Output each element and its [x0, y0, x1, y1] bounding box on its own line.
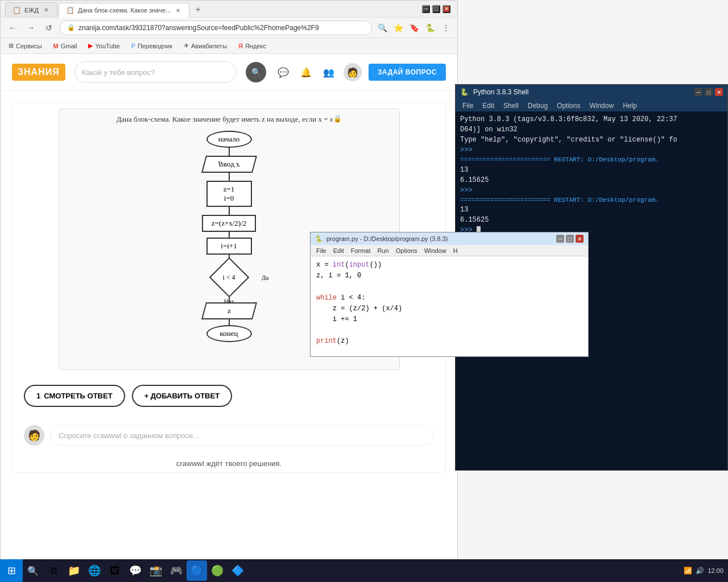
fc-process1: z=(z+x/2)/2 — [202, 215, 257, 232]
search-placeholder: Какой у тебя вопрос? — [82, 68, 155, 77]
fc-arrow-7 — [229, 319, 230, 325]
taskbar-app-photos[interactable]: 🖼 — [105, 560, 125, 581]
taskbar-search-icon[interactable]: 🔍 — [23, 560, 43, 581]
python-icon[interactable]: 🐍 — [423, 21, 437, 35]
community-icon[interactable]: 👥 — [321, 64, 337, 80]
shell-close-button[interactable]: ✕ — [715, 88, 723, 96]
taskbar-app-green[interactable]: 🟢 — [207, 560, 228, 581]
editor-menu-options[interactable]: Options — [392, 246, 421, 255]
fc-parallelogram-output: z — [201, 302, 257, 319]
shell-window-controls: ─ □ ✕ — [694, 88, 723, 96]
shell-output-13-1: 13 — [460, 165, 723, 175]
bookmark-flights[interactable]: ✈ Авиабилеты — [180, 41, 230, 51]
tray-time: 12:00 — [708, 567, 723, 574]
bookmark-youtube[interactable]: ▶ YouTube — [85, 41, 123, 51]
taskbar-app-game[interactable]: 🎮 — [166, 560, 187, 581]
taskbar-app-browser[interactable]: 🌐 — [84, 560, 105, 581]
question-title: Дана блок-схема. Какое значение будет им… — [116, 115, 341, 124]
editor-maximize-button[interactable]: □ — [566, 235, 574, 243]
bookmark-yandex[interactable]: Я Яндекс — [235, 41, 270, 51]
editor-menu-file[interactable]: File — [313, 246, 330, 255]
user-avatar-comment: 🧑 — [24, 425, 44, 446]
fc-end-label: конец — [220, 329, 238, 338]
shell-menu-shell[interactable]: Shell — [499, 101, 523, 111]
python-editor-window: 🐍 program.py - D:/Desktop/program.py (3.… — [310, 232, 589, 357]
flights-icon: ✈ — [184, 42, 189, 49]
znania-header-right: 💬 🔔 👥 🧑 ЗАДАЙ ВОПРОС — [275, 63, 446, 81]
address-bar[interactable]: 🔒 znanija.com/task/39321870?answeringSou… — [60, 20, 372, 35]
editor-minimize-button[interactable]: ─ — [556, 235, 564, 243]
tab-2[interactable]: 📋 Дана блок-схема. Какое значе... ✕ — [59, 3, 189, 18]
fc-arrow-4 — [229, 232, 230, 238]
fc-end: конец — [206, 325, 252, 342]
znania-search-icon[interactable]: 🔍 — [246, 62, 266, 82]
editor-menu-edit[interactable]: Edit — [330, 246, 348, 255]
fc-rect-process2: i=i+1 — [206, 238, 252, 255]
shell-minimize-button[interactable]: ─ — [694, 88, 702, 96]
editor-close-button[interactable]: ✕ — [576, 235, 584, 243]
add-answer-button[interactable]: + ДОБАВИТЬ ОТВЕТ — [132, 385, 233, 407]
comment-input[interactable]: Спросите crawwwl о заданном вопросе... — [50, 425, 434, 446]
tab-label: ЕЖД — [24, 7, 39, 14]
chat-icon[interactable]: 💬 — [275, 64, 291, 80]
shell-menu-file[interactable]: File — [458, 101, 478, 111]
taskbar-app-blue[interactable]: 🔵 — [187, 560, 207, 581]
fc-condition-container: i < 4 Да Нет — [195, 260, 263, 294]
shell-output-val-2: 6.15625 — [460, 215, 723, 225]
tab-close-2[interactable]: ✕ — [174, 6, 182, 14]
taskbar-app-mail[interactable]: 💬 — [125, 560, 146, 581]
search-icon[interactable]: 🔍 — [375, 21, 389, 35]
tab-1[interactable]: 📋 ЕЖД ✕ — [5, 2, 57, 17]
shell-menu-help[interactable]: Help — [618, 101, 642, 111]
start-button[interactable]: ⊞ — [0, 559, 23, 582]
comment-placeholder: Спросите crawwwl о заданном вопросе... — [59, 431, 199, 440]
editor-menu-window[interactable]: Window — [421, 246, 450, 255]
user-avatar[interactable]: 🧑 — [344, 63, 362, 81]
new-tab-button[interactable]: + — [191, 2, 205, 17]
minimize-button[interactable]: ─ — [422, 5, 430, 13]
answer-count: 1 — [36, 392, 40, 400]
shell-restart-2: ======================== RESTART: D:/Des… — [460, 196, 723, 205]
shell-menu-debug[interactable]: Debug — [523, 101, 552, 111]
translate-icon: P — [131, 43, 135, 49]
python-editor-content[interactable]: x = int(input()) z, i = 1, 0 while i < 4… — [311, 256, 588, 356]
python-shell-title: Python 3.8.3 Shell — [473, 88, 690, 96]
taskbar-app-diamond[interactable]: 🔷 — [228, 560, 248, 581]
taskbar-task-view[interactable]: ⧉ — [43, 560, 64, 581]
znania-search-bar[interactable]: Какой у тебя вопрос? — [75, 61, 237, 83]
more-options-icon[interactable]: ⋮ — [439, 21, 453, 35]
fc-process2: i=i+1 — [206, 238, 252, 255]
forward-button[interactable]: → — [23, 20, 38, 35]
ask-question-button[interactable]: ЗАДАЙ ВОПРОС — [369, 64, 446, 81]
view-answer-button[interactable]: 1 СМОТРЕТЬ ОТВЕТ — [24, 385, 125, 407]
taskbar-app-camera[interactable]: 📸 — [146, 560, 166, 581]
python-editor-icon: 🐍 — [315, 235, 323, 243]
yandex-icon: Я — [238, 43, 243, 49]
tab-favicon: 📋 — [13, 6, 21, 14]
shell-menu-window[interactable]: Window — [585, 101, 618, 111]
close-button[interactable]: ✕ — [442, 5, 450, 13]
taskbar-app-explorer[interactable]: 📁 — [64, 560, 84, 581]
shell-menu-edit[interactable]: Edit — [478, 101, 499, 111]
bookmark-services[interactable]: ⊞ Сервисы — [5, 41, 46, 51]
shell-maximize-button[interactable]: □ — [705, 88, 713, 96]
code-line-print: print(z) — [316, 336, 582, 347]
notifications-icon[interactable]: 🔔 — [298, 64, 314, 80]
extensions-icon[interactable]: 🔖 — [407, 21, 421, 35]
code-line-4: i += 1 — [316, 314, 582, 325]
editor-menu-format[interactable]: Format — [348, 246, 374, 255]
bookmark-star-icon[interactable]: ⭐ — [391, 21, 405, 35]
editor-menu-run[interactable]: Run — [374, 246, 392, 255]
bookmarks-bar: ⊞ Сервисы M Gmail ▶ YouTube P Переводчик… — [1, 38, 457, 54]
bookmark-gmail[interactable]: M Gmail — [50, 41, 81, 51]
shell-menu-options[interactable]: Options — [552, 101, 585, 111]
refresh-button[interactable]: ↺ — [42, 20, 56, 35]
tab-label-2: Дана блок-схема. Какое значе... — [78, 7, 171, 14]
editor-menu-help[interactable]: H — [450, 246, 461, 255]
znania-logo[interactable]: ЗНАНИЯ — [12, 64, 65, 81]
bookmark-translate[interactable]: P Переводчик — [128, 41, 176, 51]
maximize-button[interactable]: □ — [432, 5, 440, 13]
back-button[interactable]: ← — [5, 20, 20, 35]
tab-close-1[interactable]: ✕ — [42, 6, 50, 14]
fc-output: z — [204, 302, 255, 319]
